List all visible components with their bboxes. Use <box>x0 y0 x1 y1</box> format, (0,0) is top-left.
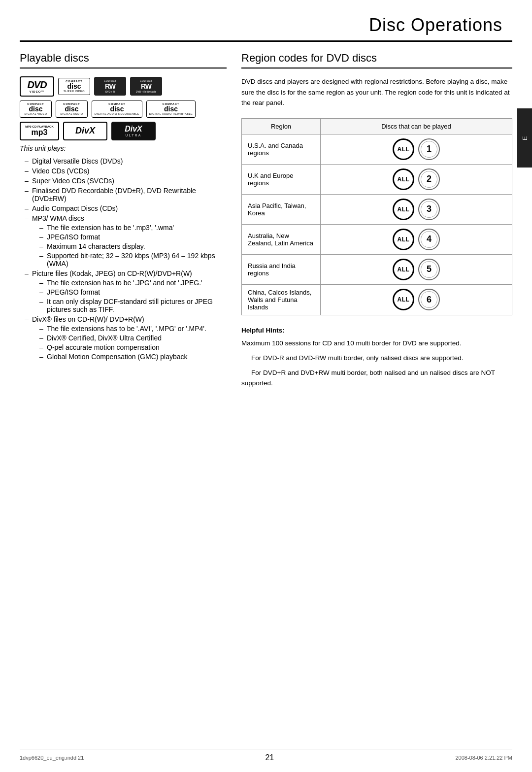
page-footer: 1dvp6620_eu_eng.indd 21 21 2008-08-06 2:… <box>20 749 512 762</box>
region-disc-icons: ALL2 <box>327 168 506 190</box>
region-name-cell: Asia Pacific, Taiwan, Korea <box>242 194 321 224</box>
region-name-cell: Australia, New Zealand, Latin America <box>242 224 321 254</box>
cd-super-video-label: SUPER VIDEO <box>64 90 85 93</box>
page-title: Disc Operations <box>0 0 532 40</box>
logo-row-3: MP3-CD PLAYBACK mp3 DivX DivX ULTRA <box>20 122 227 140</box>
helpful-hint-2: For DVD-R and DVD-RW multi border, only … <box>241 353 512 364</box>
mp3-cd-label: MP3-CD PLAYBACK <box>25 125 53 129</box>
region-intro-text: DVD discs and players are designed with … <box>241 76 512 108</box>
dvd-video-text: VIDEO™ <box>30 90 45 94</box>
cd-rewritable-logo: COMPACT disc DIGITAL AUDIO ReWritable <box>146 101 196 118</box>
divx-sub-list: The file extensions has to be '.AVI', '.… <box>32 325 227 361</box>
region-disc-icons: ALL6 <box>327 289 506 310</box>
sub-list-item: It can only display DCF-standard still p… <box>39 298 227 313</box>
region-disc-icons: ALL1 <box>327 138 506 160</box>
region-number-badge: 1 <box>418 138 440 160</box>
list-item: Super Video CDs (SVCDs) <box>25 177 227 185</box>
page-container: E Disc Operations Playable discs DVD VID… <box>0 0 532 772</box>
sub-list-item: The file extension has to be '.JPG' and … <box>39 279 227 287</box>
sub-list-item: Maximum 14 characters display. <box>39 242 227 250</box>
logo-row-1: DVD VIDEO™ COMPACT disc SUPER VIDEO COMP… <box>20 76 227 97</box>
mp3-label: mp3 <box>32 128 48 137</box>
helpful-hints-title: Helpful Hints: <box>241 325 512 336</box>
playable-discs-heading: Playable discs <box>20 52 227 69</box>
cd-recordable-logo: COMPACT disc DIGITAL AUDIO Recordable <box>92 101 142 118</box>
region-disc-icons: ALL5 <box>327 259 506 280</box>
region-table: Region Discs that can be played U.S.A. a… <box>241 118 512 315</box>
region-disc-icons: ALL3 <box>327 199 506 220</box>
region-name-cell: U.K and Europe regions <box>242 164 321 194</box>
sub-list-item: The file extensions has to be '.AVI', '.… <box>39 325 227 333</box>
divx-ultra-logo: DivX ULTRA <box>111 122 156 140</box>
region-number-badge: 4 <box>418 229 440 250</box>
cd-super-video-logo: COMPACT disc SUPER VIDEO <box>58 78 90 95</box>
dvd-video-logo: DVD VIDEO™ <box>20 76 54 97</box>
cd-digital-audio-logo: COMPACT disc DIGITAL AUDIO <box>56 101 88 118</box>
all-badge: ALL <box>393 199 414 220</box>
dvd-text: DVD <box>27 79 46 90</box>
region-number-badge: 3 <box>418 199 440 220</box>
side-tab: E <box>517 108 532 168</box>
col-region-header: Region <box>242 118 321 134</box>
region-codes-heading: Region codes for DVD discs <box>241 52 512 69</box>
divx-logo: DivX <box>63 122 107 140</box>
list-item-divx: DivX® files on CD-R(W)/ DVD+R(W) The fil… <box>25 315 227 361</box>
footer-date: 2008-08-06 2:21:22 PM <box>455 755 512 761</box>
logo-row-2: COMPACT disc DIGITAL VIDEO COMPACT disc … <box>20 101 227 118</box>
region-disc-icons: ALL4 <box>327 229 506 250</box>
dvd-plus-r-logo: COMPACT RW DVD＋R <box>94 77 126 96</box>
disc-icons-cell: ALL4 <box>321 224 512 254</box>
all-badge: ALL <box>393 289 414 310</box>
list-item: Finalised DVD Recordable (DVD±R), DVD Re… <box>25 187 227 202</box>
sub-list-item: JPEG/ISO format <box>39 288 227 296</box>
plays-heading: This unit plays: <box>20 144 227 152</box>
ultra-text: ULTRA <box>125 134 141 137</box>
sub-list-item: The file extension has to be '.mp3', '.w… <box>39 224 227 232</box>
table-row: Russia and India regionsALL5 <box>242 254 512 284</box>
region-number-badge: 2 <box>418 168 440 190</box>
divx-ultra-text: DivX <box>125 125 142 134</box>
sub-list-item: Global Motion Compensation (GMC) playbac… <box>39 353 227 361</box>
helpful-hint-3: For DVD+R and DVD+RW multi border, both … <box>241 368 512 389</box>
all-badge: ALL <box>393 229 414 250</box>
list-item: Audio Compact Discs (CDs) <box>25 204 227 212</box>
disc-icons-cell: ALL2 <box>321 164 512 194</box>
disc-icons-cell: ALL5 <box>321 254 512 284</box>
list-item-picture: Picture files (Kodak, JPEG) on CD-R(W)/D… <box>25 269 227 313</box>
left-column: Playable discs DVD VIDEO™ COMPACT disc S… <box>20 52 227 389</box>
all-badge: ALL <box>393 168 414 190</box>
page-number: 21 <box>265 753 274 762</box>
playable-disc-list: Digital Versatile Discs (DVDs) Video CDs… <box>20 157 227 361</box>
cd-digital-video-logo: COMPACT disc DIGITAL VIDEO <box>20 101 52 118</box>
region-number-badge: 6 <box>418 289 440 310</box>
sub-list-item: Supported bit-rate; 32 – 320 kbps (MP3) … <box>39 252 227 268</box>
list-item: Digital Versatile Discs (DVDs) <box>25 157 227 165</box>
mp3-logo: MP3-CD PLAYBACK mp3 <box>20 122 59 140</box>
sub-list-item: JPEG/ISO format <box>39 233 227 241</box>
table-row: Asia Pacific, Taiwan, KoreaALL3 <box>242 194 512 224</box>
helpful-hint-1: Maximum 100 sessions for CD and 10 multi… <box>241 338 512 349</box>
col-discs-header: Discs that can be played <box>321 118 512 134</box>
divx-text: DivX <box>75 126 95 136</box>
table-row: China, Calcos Islands, Walls and Futuna … <box>242 284 512 315</box>
sub-list-item: DivX® Certified, DivX® Ultra Certified <box>39 334 227 342</box>
disc-icons-cell: ALL1 <box>321 134 512 164</box>
table-row: U.S.A. and Canada regionsALL1 <box>242 134 512 164</box>
region-name-cell: U.S.A. and Canada regions <box>242 134 321 164</box>
all-badge: ALL <box>393 259 414 280</box>
mp3-sub-list: The file extension has to be '.mp3', '.w… <box>32 224 227 268</box>
disc-icons-cell: ALL6 <box>321 284 512 315</box>
list-item: Video CDs (VCDs) <box>25 167 227 175</box>
disc-logos-area: DVD VIDEO™ COMPACT disc SUPER VIDEO COMP… <box>20 76 227 140</box>
table-row: U.K and Europe regionsALL2 <box>242 164 512 194</box>
content-columns: Playable discs DVD VIDEO™ COMPACT disc S… <box>0 42 532 399</box>
footer-file-info: 1dvp6620_eu_eng.indd 21 <box>20 755 84 761</box>
picture-sub-list: The file extension has to be '.JPG' and … <box>32 279 227 313</box>
region-name-cell: Russia and India regions <box>242 254 321 284</box>
dvd-plus-rw-logo: COMPACT RW DVD＋ReWritable <box>130 77 162 96</box>
table-header-row: Region Discs that can be played <box>242 118 512 134</box>
side-tab-label: E <box>521 135 529 141</box>
list-item-mp3: MP3/ WMA discs The file extension has to… <box>25 214 227 268</box>
all-badge: ALL <box>393 138 414 160</box>
table-row: Australia, New Zealand, Latin AmericaALL… <box>242 224 512 254</box>
